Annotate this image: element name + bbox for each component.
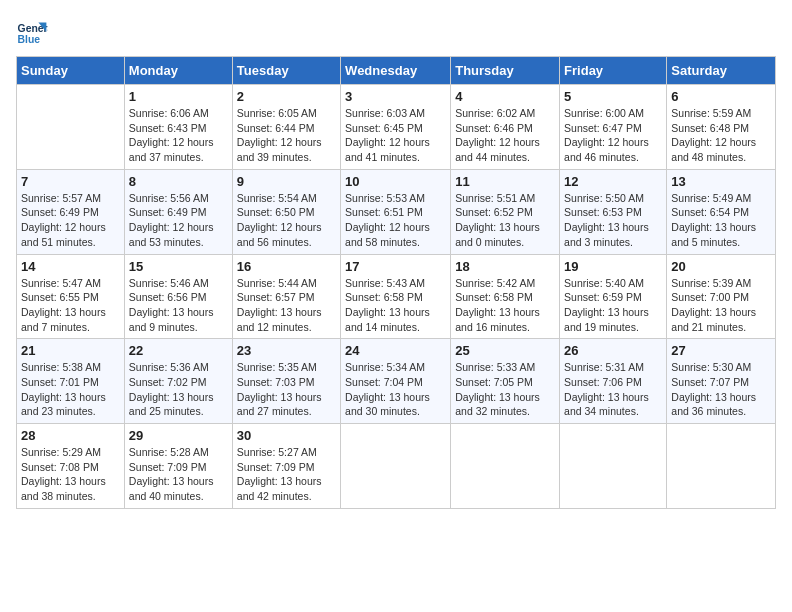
- day-info: Sunrise: 5:38 AM Sunset: 7:01 PM Dayligh…: [21, 360, 120, 419]
- calendar-cell: 6Sunrise: 5:59 AM Sunset: 6:48 PM Daylig…: [667, 85, 776, 170]
- day-number: 5: [564, 89, 662, 104]
- day-number: 20: [671, 259, 771, 274]
- day-number: 24: [345, 343, 446, 358]
- day-info: Sunrise: 5:53 AM Sunset: 6:51 PM Dayligh…: [345, 191, 446, 250]
- calendar-cell: 15Sunrise: 5:46 AM Sunset: 6:56 PM Dayli…: [124, 254, 232, 339]
- logo: General Blue: [16, 16, 52, 48]
- calendar-cell: 21Sunrise: 5:38 AM Sunset: 7:01 PM Dayli…: [17, 339, 125, 424]
- weekday-header-wednesday: Wednesday: [341, 57, 451, 85]
- calendar-cell: 20Sunrise: 5:39 AM Sunset: 7:00 PM Dayli…: [667, 254, 776, 339]
- day-number: 22: [129, 343, 228, 358]
- day-info: Sunrise: 5:35 AM Sunset: 7:03 PM Dayligh…: [237, 360, 336, 419]
- day-number: 11: [455, 174, 555, 189]
- day-info: Sunrise: 5:29 AM Sunset: 7:08 PM Dayligh…: [21, 445, 120, 504]
- day-info: Sunrise: 6:06 AM Sunset: 6:43 PM Dayligh…: [129, 106, 228, 165]
- calendar-cell: 13Sunrise: 5:49 AM Sunset: 6:54 PM Dayli…: [667, 169, 776, 254]
- day-info: Sunrise: 5:40 AM Sunset: 6:59 PM Dayligh…: [564, 276, 662, 335]
- calendar-cell: 28Sunrise: 5:29 AM Sunset: 7:08 PM Dayli…: [17, 424, 125, 509]
- calendar-cell: 9Sunrise: 5:54 AM Sunset: 6:50 PM Daylig…: [232, 169, 340, 254]
- calendar-cell: 22Sunrise: 5:36 AM Sunset: 7:02 PM Dayli…: [124, 339, 232, 424]
- weekday-header-saturday: Saturday: [667, 57, 776, 85]
- calendar-cell: 4Sunrise: 6:02 AM Sunset: 6:46 PM Daylig…: [451, 85, 560, 170]
- calendar-cell: 2Sunrise: 6:05 AM Sunset: 6:44 PM Daylig…: [232, 85, 340, 170]
- day-number: 3: [345, 89, 446, 104]
- day-info: Sunrise: 5:42 AM Sunset: 6:58 PM Dayligh…: [455, 276, 555, 335]
- calendar-cell: 25Sunrise: 5:33 AM Sunset: 7:05 PM Dayli…: [451, 339, 560, 424]
- day-number: 19: [564, 259, 662, 274]
- header: General Blue: [16, 16, 776, 48]
- day-number: 7: [21, 174, 120, 189]
- day-info: Sunrise: 6:05 AM Sunset: 6:44 PM Dayligh…: [237, 106, 336, 165]
- day-info: Sunrise: 5:30 AM Sunset: 7:07 PM Dayligh…: [671, 360, 771, 419]
- day-number: 30: [237, 428, 336, 443]
- calendar-cell: 23Sunrise: 5:35 AM Sunset: 7:03 PM Dayli…: [232, 339, 340, 424]
- day-info: Sunrise: 5:27 AM Sunset: 7:09 PM Dayligh…: [237, 445, 336, 504]
- day-number: 15: [129, 259, 228, 274]
- day-number: 17: [345, 259, 446, 274]
- day-number: 2: [237, 89, 336, 104]
- calendar-cell: 3Sunrise: 6:03 AM Sunset: 6:45 PM Daylig…: [341, 85, 451, 170]
- day-info: Sunrise: 5:34 AM Sunset: 7:04 PM Dayligh…: [345, 360, 446, 419]
- day-number: 26: [564, 343, 662, 358]
- day-number: 12: [564, 174, 662, 189]
- calendar-cell: 30Sunrise: 5:27 AM Sunset: 7:09 PM Dayli…: [232, 424, 340, 509]
- day-info: Sunrise: 5:36 AM Sunset: 7:02 PM Dayligh…: [129, 360, 228, 419]
- calendar-cell: 10Sunrise: 5:53 AM Sunset: 6:51 PM Dayli…: [341, 169, 451, 254]
- day-info: Sunrise: 5:50 AM Sunset: 6:53 PM Dayligh…: [564, 191, 662, 250]
- calendar-cell: [667, 424, 776, 509]
- day-info: Sunrise: 6:02 AM Sunset: 6:46 PM Dayligh…: [455, 106, 555, 165]
- day-info: Sunrise: 5:51 AM Sunset: 6:52 PM Dayligh…: [455, 191, 555, 250]
- day-info: Sunrise: 5:59 AM Sunset: 6:48 PM Dayligh…: [671, 106, 771, 165]
- calendar-cell: 19Sunrise: 5:40 AM Sunset: 6:59 PM Dayli…: [560, 254, 667, 339]
- calendar-cell: [341, 424, 451, 509]
- calendar-cell: [17, 85, 125, 170]
- day-info: Sunrise: 6:00 AM Sunset: 6:47 PM Dayligh…: [564, 106, 662, 165]
- day-number: 14: [21, 259, 120, 274]
- weekday-header-friday: Friday: [560, 57, 667, 85]
- day-info: Sunrise: 5:47 AM Sunset: 6:55 PM Dayligh…: [21, 276, 120, 335]
- logo-icon: General Blue: [16, 16, 48, 48]
- day-info: Sunrise: 5:39 AM Sunset: 7:00 PM Dayligh…: [671, 276, 771, 335]
- day-number: 8: [129, 174, 228, 189]
- calendar-cell: 26Sunrise: 5:31 AM Sunset: 7:06 PM Dayli…: [560, 339, 667, 424]
- calendar-cell: 27Sunrise: 5:30 AM Sunset: 7:07 PM Dayli…: [667, 339, 776, 424]
- day-number: 4: [455, 89, 555, 104]
- calendar-cell: 5Sunrise: 6:00 AM Sunset: 6:47 PM Daylig…: [560, 85, 667, 170]
- calendar-cell: 1Sunrise: 6:06 AM Sunset: 6:43 PM Daylig…: [124, 85, 232, 170]
- calendar-cell: 7Sunrise: 5:57 AM Sunset: 6:49 PM Daylig…: [17, 169, 125, 254]
- weekday-header-sunday: Sunday: [17, 57, 125, 85]
- day-info: Sunrise: 5:33 AM Sunset: 7:05 PM Dayligh…: [455, 360, 555, 419]
- day-info: Sunrise: 5:56 AM Sunset: 6:49 PM Dayligh…: [129, 191, 228, 250]
- calendar-cell: [560, 424, 667, 509]
- day-number: 21: [21, 343, 120, 358]
- calendar-cell: 29Sunrise: 5:28 AM Sunset: 7:09 PM Dayli…: [124, 424, 232, 509]
- day-number: 27: [671, 343, 771, 358]
- day-info: Sunrise: 5:46 AM Sunset: 6:56 PM Dayligh…: [129, 276, 228, 335]
- day-info: Sunrise: 5:31 AM Sunset: 7:06 PM Dayligh…: [564, 360, 662, 419]
- day-number: 29: [129, 428, 228, 443]
- weekday-header-thursday: Thursday: [451, 57, 560, 85]
- calendar-cell: [451, 424, 560, 509]
- day-number: 13: [671, 174, 771, 189]
- calendar-cell: 8Sunrise: 5:56 AM Sunset: 6:49 PM Daylig…: [124, 169, 232, 254]
- calendar-cell: 17Sunrise: 5:43 AM Sunset: 6:58 PM Dayli…: [341, 254, 451, 339]
- weekday-header-monday: Monday: [124, 57, 232, 85]
- day-info: Sunrise: 6:03 AM Sunset: 6:45 PM Dayligh…: [345, 106, 446, 165]
- day-number: 18: [455, 259, 555, 274]
- svg-text:Blue: Blue: [18, 34, 41, 45]
- calendar-table: SundayMondayTuesdayWednesdayThursdayFrid…: [16, 56, 776, 509]
- day-number: 28: [21, 428, 120, 443]
- day-info: Sunrise: 5:49 AM Sunset: 6:54 PM Dayligh…: [671, 191, 771, 250]
- day-number: 9: [237, 174, 336, 189]
- day-info: Sunrise: 5:54 AM Sunset: 6:50 PM Dayligh…: [237, 191, 336, 250]
- day-number: 6: [671, 89, 771, 104]
- day-info: Sunrise: 5:57 AM Sunset: 6:49 PM Dayligh…: [21, 191, 120, 250]
- day-info: Sunrise: 5:43 AM Sunset: 6:58 PM Dayligh…: [345, 276, 446, 335]
- day-number: 23: [237, 343, 336, 358]
- day-number: 10: [345, 174, 446, 189]
- calendar-cell: 11Sunrise: 5:51 AM Sunset: 6:52 PM Dayli…: [451, 169, 560, 254]
- day-number: 1: [129, 89, 228, 104]
- calendar-cell: 16Sunrise: 5:44 AM Sunset: 6:57 PM Dayli…: [232, 254, 340, 339]
- day-number: 25: [455, 343, 555, 358]
- calendar-cell: 24Sunrise: 5:34 AM Sunset: 7:04 PM Dayli…: [341, 339, 451, 424]
